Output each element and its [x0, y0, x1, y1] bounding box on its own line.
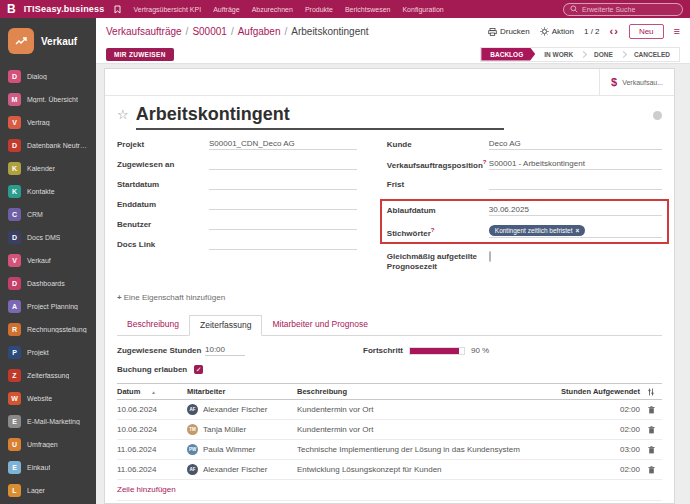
- project-planning-icon: A: [8, 300, 21, 313]
- page-title[interactable]: Arbeitskontingent: [136, 105, 504, 130]
- sidebar-item-project-planning[interactable]: AProject Planning: [0, 295, 96, 318]
- sidebar-item-zeiterfassung[interactable]: ZZeiterfassung: [0, 364, 96, 387]
- help-icon[interactable]: ?: [483, 159, 487, 165]
- table-row[interactable]: 11.06.2024 AFAlexander Fischer Entwicklu…: [117, 460, 662, 480]
- breadcrumb-verkaufsauftraege[interactable]: Verkaufsaufträge: [106, 26, 182, 37]
- datenbank-icon: D: [8, 139, 21, 152]
- sidebar-app-header[interactable]: Verkauf: [0, 18, 96, 65]
- benutzer-input[interactable]: [209, 219, 357, 230]
- brand-name[interactable]: ITISeasy.business: [24, 4, 105, 14]
- sidebar-item-kalender[interactable]: KKalender: [0, 157, 96, 180]
- tab-zeiterfassung[interactable]: Zeiterfassung: [189, 315, 263, 336]
- stage-done[interactable]: DONE: [585, 48, 622, 61]
- frist-input[interactable]: [489, 179, 662, 190]
- sidebar-item-projekt[interactable]: PProjekt: [0, 341, 96, 364]
- startdatum-input[interactable]: [209, 179, 357, 190]
- print-button[interactable]: Drucken: [488, 27, 530, 36]
- zugewiesen-an-input[interactable]: [209, 159, 357, 170]
- menu-item-abzurechnen[interactable]: Abzurechnen: [252, 6, 293, 13]
- sidebar-item-dialog[interactable]: DDialog: [0, 65, 96, 88]
- sidebar-item-lager[interactable]: LLager: [0, 479, 96, 502]
- stage-backlog[interactable]: BACKLOG: [481, 48, 535, 61]
- tab-beschreibung[interactable]: Beschreibung: [117, 315, 189, 335]
- delete-row-icon[interactable]: [640, 406, 662, 414]
- add-property-button[interactable]: +Eine Eigenschaft hinzufügen: [105, 281, 674, 302]
- activity-status-icon[interactable]: [653, 111, 662, 120]
- projekt-input[interactable]: S00001_CDN_Deco AG: [209, 139, 357, 150]
- menu-item-vertragsuebersicht-kpi[interactable]: Vertragsübersicht KPI: [133, 6, 201, 13]
- sidebar-item-einkauf[interactable]: EEinkauf: [0, 456, 96, 479]
- column-header-datum[interactable]: Datum▴: [117, 387, 187, 396]
- delete-row-icon[interactable]: [640, 426, 662, 434]
- sidebar-item-docs-dms[interactable]: DDocs DMS: [0, 226, 96, 249]
- table-row[interactable]: 10.06.2024 TMTanja Müller Kundentermin v…: [117, 420, 662, 440]
- column-header-mitarbeiter[interactable]: Mitarbeiter: [187, 387, 297, 396]
- allocated-hours-input[interactable]: 10:00: [205, 345, 245, 356]
- breadcrumb-s00001[interactable]: S00001: [192, 26, 226, 37]
- add-line-button[interactable]: Zeile hinzufügen: [117, 480, 662, 501]
- kontakte-icon: K: [8, 185, 21, 198]
- stat-button-row: $ Verkaufsau...: [105, 69, 674, 96]
- prognosezeit-checkbox[interactable]: [489, 251, 491, 262]
- search-input[interactable]: [582, 6, 676, 13]
- projekt-icon: P: [8, 346, 21, 359]
- sidebar-item-mgmt-uebersicht[interactable]: MMgmt. Übersicht: [0, 88, 96, 111]
- breadcrumb: Verkaufsaufträge / S00001 / Aufgaben / A…: [106, 26, 369, 37]
- stichwoerter-input[interactable]: Kontingent zeitlich befristet ×: [489, 225, 662, 238]
- stage-canceled[interactable]: CANCELED: [625, 48, 679, 61]
- table-row[interactable]: 11.06.2024 PWPaula Wimmer Technische Imp…: [117, 440, 662, 460]
- sidebar-item-website[interactable]: WWebsite: [0, 387, 96, 410]
- table-row[interactable]: 10.06.2024 AFAlexander Fischer Kundenter…: [117, 400, 662, 420]
- verkaufsauftragsposition-input[interactable]: S00001 - Arbeitskontingent: [489, 159, 662, 170]
- sidebar-item-crm[interactable]: CCRM: [0, 203, 96, 226]
- tab-mitarbeiter-und-prognose[interactable]: Mitarbeiter und Prognose: [262, 315, 377, 335]
- favorite-star-icon[interactable]: ☆: [117, 108, 129, 121]
- sidebar-item-datenbank-neutralisieren[interactable]: DDatenbank Neutralisie...: [0, 134, 96, 157]
- stage-in-work[interactable]: IN WORK: [535, 48, 582, 61]
- vertrag-icon: V: [8, 116, 21, 129]
- delete-row-icon[interactable]: [640, 446, 662, 454]
- enddatum-input[interactable]: [209, 199, 357, 210]
- sidebar-item-vertrag[interactable]: VVertrag: [0, 111, 96, 134]
- field-benutzer: Benutzer: [117, 219, 357, 230]
- delete-row-icon[interactable]: [640, 466, 662, 474]
- tag-kontingent-zeitlich-befristet[interactable]: Kontingent zeitlich befristet ×: [489, 225, 585, 236]
- ablaufdatum-input[interactable]: 30.06.2025: [489, 205, 662, 216]
- field-kunde: Kunde Deco AG: [387, 139, 662, 150]
- sidebar-item-dashboards[interactable]: DDashboards: [0, 272, 96, 295]
- avatar: TM: [187, 424, 198, 435]
- list-view-icon[interactable]: ≡: [674, 26, 680, 37]
- sidebar-item-email-marketing[interactable]: EE-Mail-Marketing: [0, 410, 96, 433]
- app-logo[interactable]: B: [7, 3, 16, 15]
- breadcrumb-bar: Verkaufsaufträge / S00001 / Aufgaben / A…: [96, 18, 690, 45]
- sidebar-app-label: Verkauf: [41, 36, 77, 47]
- column-header-stunden[interactable]: Stunden Aufgewendet: [554, 387, 640, 396]
- rechnungsstellung-icon: R: [8, 323, 21, 336]
- menu-item-produkte[interactable]: Produkte: [305, 6, 333, 13]
- sidebar-item-verkauf[interactable]: VVerkauf: [0, 249, 96, 272]
- tag-remove-icon[interactable]: ×: [575, 227, 579, 235]
- breadcrumb-aufgaben[interactable]: Aufgaben: [238, 26, 281, 37]
- menu-item-konfiguration[interactable]: Konfiguration: [402, 6, 443, 13]
- sidebar-item-kontakte[interactable]: KKontakte: [0, 180, 96, 203]
- menu-item-auftraege[interactable]: Aufträge: [213, 6, 239, 13]
- notebook-tabs: Beschreibung Zeiterfassung Mitarbeiter u…: [117, 315, 662, 336]
- field-grid: Projekt S00001_CDN_Deco AG Zugewiesen an…: [105, 139, 674, 281]
- email-marketing-icon: E: [8, 415, 21, 428]
- sale-order-stat-button[interactable]: $ Verkaufsau...: [599, 69, 674, 95]
- bookmark-icon[interactable]: [114, 5, 121, 14]
- column-header-beschreibung[interactable]: Beschreibung: [297, 387, 554, 396]
- sidebar-item-umfragen[interactable]: UUmfragen: [0, 433, 96, 456]
- kunde-input[interactable]: Deco AG: [489, 139, 662, 150]
- column-options-icon[interactable]: [640, 388, 662, 396]
- buchung-erlauben-checkbox[interactable]: ✓: [194, 365, 203, 374]
- next-record-icon[interactable]: ›: [614, 25, 619, 37]
- action-button[interactable]: Aktion: [540, 27, 574, 36]
- sidebar-item-rechnungsstellung[interactable]: RRechnungsstellung: [0, 318, 96, 341]
- search-box[interactable]: [563, 3, 683, 16]
- new-button[interactable]: Neu: [629, 24, 664, 39]
- assign-to-me-button[interactable]: MIR ZUWEISEN: [106, 48, 174, 61]
- menu-item-berichtswesen[interactable]: Berichtswesen: [345, 6, 391, 13]
- docs-link-input[interactable]: [209, 239, 357, 250]
- help-icon[interactable]: ?: [431, 227, 435, 233]
